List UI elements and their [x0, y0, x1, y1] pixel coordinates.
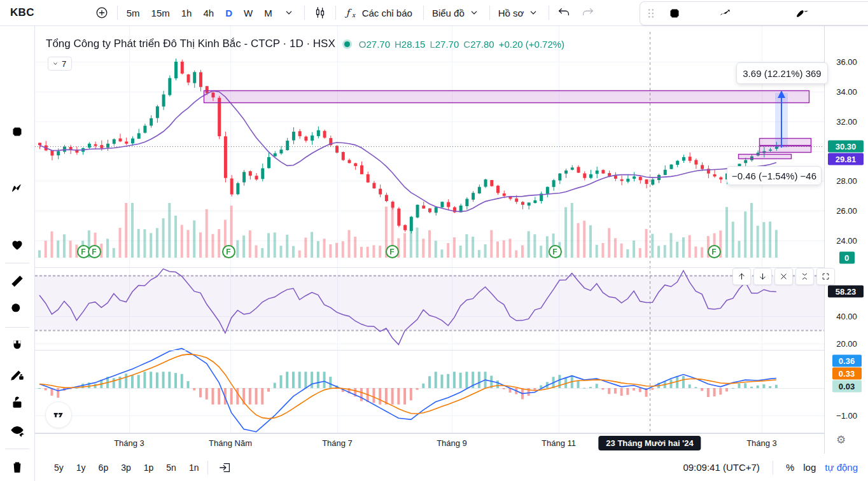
sidebar-tool-trend-line[interactable]	[5, 64, 29, 87]
price-tick: 28.00	[825, 176, 868, 186]
rsi-maximize-button[interactable]	[816, 268, 835, 285]
time-tick: Tháng 3	[114, 438, 144, 448]
magnet-icon	[9, 338, 25, 354]
financial-report-flag[interactable]: F	[708, 245, 721, 258]
sidebar-tool-rectangle[interactable]	[5, 120, 29, 143]
range-5n[interactable]: 5n	[161, 460, 181, 475]
symbol-name[interactable]: KBC	[10, 6, 34, 19]
interval-D[interactable]: D	[220, 4, 237, 22]
chart-legend[interactable]: Tổng Công ty Phát triển Đô Thị Kinh Bắc …	[46, 38, 564, 50]
financial-report-flag[interactable]: F	[386, 245, 399, 258]
log-scale-button[interactable]: log	[803, 462, 816, 473]
range-6p[interactable]: 6p	[94, 460, 114, 475]
price-tick: 26.00	[825, 206, 868, 216]
close-value: 27.80	[470, 39, 494, 50]
financial-report-flag[interactable]: F	[222, 245, 235, 258]
auto-scale-button[interactable]: tự động	[825, 462, 858, 473]
sidebar-tool-trash[interactable]	[5, 456, 29, 478]
text-tool-button[interactable]	[687, 4, 713, 23]
range-1n[interactable]: 1n	[184, 460, 204, 475]
add-symbol-button[interactable]	[90, 3, 113, 22]
rsi-close-button[interactable]	[774, 268, 793, 285]
ma-value-badge: 29.81	[828, 153, 864, 165]
range-5y[interactable]: 5y	[49, 460, 69, 475]
sidebar-tool-magnet[interactable]	[5, 334, 29, 357]
arrow-marker-tool-button[interactable]	[764, 4, 789, 23]
object-tree-pill[interactable]: 7	[48, 57, 72, 71]
undo-button[interactable]	[553, 3, 576, 22]
text-icon	[692, 5, 708, 22]
chevron-down-icon	[52, 60, 59, 67]
collapse-icon	[800, 272, 809, 281]
sidebar-tool-text[interactable]	[5, 148, 29, 171]
indicators-button[interactable]: ƒx Các chỉ báo	[340, 3, 419, 22]
rsi-collapse-button[interactable]	[795, 268, 814, 285]
ruler-icon	[9, 273, 25, 289]
interval-dropdown-button[interactable]	[277, 3, 300, 22]
fx-icon: ƒx	[344, 6, 358, 20]
sidebar-tool-draw-lock[interactable]	[5, 363, 29, 386]
drag-handle-icon[interactable]	[644, 6, 658, 20]
divider	[5, 449, 29, 449]
low-value: 27.70	[435, 39, 459, 50]
polyline-tool-button[interactable]	[713, 4, 738, 23]
redo-icon	[580, 6, 594, 20]
interval-W[interactable]: W	[239, 4, 258, 22]
interval-4h[interactable]: 4h	[198, 4, 219, 22]
price-axis[interactable]: ⚙ 36.0034.0032.0028.0026.0024.0030.3029.…	[824, 25, 868, 454]
candles-icon	[313, 6, 327, 20]
goto-date-button[interactable]	[218, 461, 232, 475]
text-icon	[9, 152, 25, 169]
interval-15m[interactable]: 15m	[146, 4, 175, 22]
chart-canvas[interactable]	[35, 25, 824, 433]
fork-tool-button[interactable]	[815, 4, 840, 23]
trendline-tool-button[interactable]	[738, 4, 764, 23]
sidebar-tool-horizontal-lines[interactable]	[5, 92, 29, 115]
percent-scale-button[interactable]: %	[786, 462, 794, 473]
arrow-marker-icon	[768, 5, 785, 22]
clock[interactable]: 09:09:41 (UTC+7)	[683, 462, 759, 473]
redo-button[interactable]	[576, 3, 599, 22]
favorites-heart-icon	[9, 237, 25, 253]
sidebar-tool-favorites-heart[interactable]	[5, 233, 29, 256]
sidebar-tool-lock[interactable]	[5, 391, 29, 414]
brush-tool-button[interactable]	[789, 4, 815, 23]
financial-report-flag[interactable]: F	[88, 245, 101, 258]
interval-switcher: 5m15m1h4hDWM	[122, 4, 277, 22]
chevron-down-icon	[467, 6, 481, 20]
rsi-arrow-down-button[interactable]	[753, 268, 772, 285]
macd-value-badge: 0.03	[832, 380, 862, 393]
range-3p[interactable]: 3p	[116, 460, 136, 475]
divider	[335, 6, 336, 20]
axis-settings-gear-icon[interactable]: ⚙	[836, 433, 846, 447]
time-axis[interactable]: 23 Tháng Mười hai '24 Tháng 3Tháng NămTh…	[35, 433, 824, 455]
sidebar-tool-xabcd-pattern[interactable]	[5, 177, 29, 200]
profile-menu-button[interactable]: Hồ sơ	[494, 3, 545, 22]
financial-report-flag[interactable]: F	[549, 245, 562, 258]
sidebar-tool-long-position[interactable]	[5, 205, 29, 228]
time-tick: Tháng 3	[746, 438, 777, 448]
rectangle-tool-button[interactable]	[662, 4, 687, 23]
indicators-label: Các chỉ báo	[362, 8, 412, 18]
crosshair-icon	[9, 39, 25, 55]
range-1p[interactable]: 1p	[139, 460, 159, 475]
object-count: 7	[62, 59, 66, 69]
sidebar-tool-hide-drawings[interactable]	[5, 419, 29, 442]
floating-draw-toolbar	[640, 1, 868, 25]
chart-menu-button[interactable]: Biểu đồ	[428, 3, 486, 22]
sidebar-tool-crosshair[interactable]	[5, 36, 29, 59]
close-icon	[779, 272, 788, 281]
sidebar-tool-zoom-in[interactable]	[5, 298, 29, 321]
sidebar-tool-ruler[interactable]	[5, 270, 29, 293]
interval-5m[interactable]: 5m	[122, 4, 145, 22]
rsi-arrow-up-button[interactable]	[732, 268, 751, 285]
interval-M[interactable]: M	[259, 4, 277, 22]
profile-menu-label: Hồ sơ	[498, 8, 524, 18]
interval-1h[interactable]: 1h	[176, 4, 197, 22]
chart-type-button[interactable]	[309, 3, 332, 22]
ohlc-letter: H	[395, 39, 402, 50]
range-1y[interactable]: 1y	[71, 460, 91, 475]
tradingview-logo[interactable]	[45, 401, 72, 428]
xabcd-pattern-icon	[9, 180, 25, 197]
fork-icon	[819, 5, 836, 22]
